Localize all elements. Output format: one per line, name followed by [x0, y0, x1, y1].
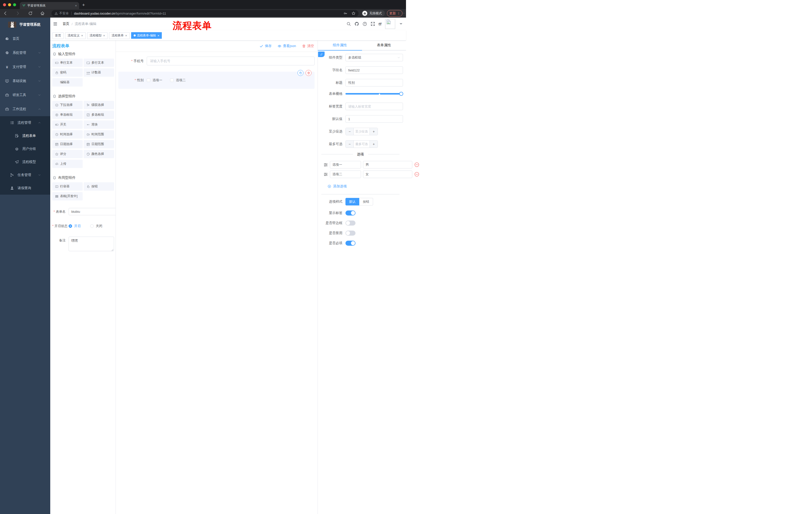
style-option-按钮[interactable]: 按钮: [359, 198, 373, 206]
default-value-input[interactable]: [345, 115, 403, 123]
window-edge-chevron-icon[interactable]: [403, 12, 405, 15]
option-label-input[interactable]: [363, 161, 406, 168]
component-item-密码[interactable]: 密码: [52, 69, 83, 77]
tab-close-icon[interactable]: ×: [125, 34, 127, 37]
save-button[interactable]: 保存: [260, 44, 271, 48]
home-icon[interactable]: [40, 11, 45, 16]
tagsview-tab-流程表单[interactable]: 流程表单×: [109, 32, 129, 39]
font-size-icon[interactable]: tT: [379, 22, 382, 26]
style-option-默认[interactable]: 默认: [345, 198, 359, 206]
checkbox-icon[interactable]: [170, 78, 174, 82]
drag-handle-icon[interactable]: [324, 163, 328, 167]
form-remark-textarea[interactable]: 嘿嘿: [68, 237, 114, 251]
copy-field-button[interactable]: [297, 70, 303, 76]
component-item-颜色选择[interactable]: 颜色选择: [84, 150, 114, 158]
stepper-plus-icon[interactable]: +: [370, 141, 378, 147]
tab-close-icon[interactable]: ×: [75, 4, 77, 7]
component-type-select[interactable]: 多选框组: [345, 54, 403, 61]
tagsview-tab-流程模型[interactable]: 流程模型×: [87, 32, 108, 39]
sidebar-item-支付管理[interactable]: ¥支付管理: [0, 60, 50, 74]
component-item-日期范围[interactable]: 日期范围: [84, 140, 114, 148]
tab-form-props[interactable]: 表单属性: [362, 40, 406, 51]
component-item-时间选择[interactable]: 时间选择: [52, 130, 83, 139]
tab-close-icon[interactable]: ×: [103, 34, 105, 37]
checkbox-option-选项二[interactable]: 选项二: [170, 78, 186, 82]
avatar-caret-icon[interactable]: [399, 22, 403, 26]
sidebar-item-任务管理[interactable]: 任务管理: [0, 168, 50, 182]
canvas-field-phone[interactable]: 手机号: [118, 57, 315, 65]
password-key-icon[interactable]: [343, 11, 347, 15]
label-width-input[interactable]: [345, 103, 403, 110]
link-tag[interactable]: [318, 52, 325, 57]
avatar[interactable]: [385, 19, 395, 29]
window-zoom-button[interactable]: [13, 3, 16, 6]
sidebar-item-请假查询[interactable]: 请假查询: [0, 182, 50, 195]
sidebar-collapse-icon[interactable]: [53, 22, 58, 26]
component-item-滑块[interactable]: 滑块: [84, 120, 114, 129]
component-item-表格[开发中][interactable]: 表格[开发中]: [52, 192, 83, 200]
tagsview-tab-流程表单-编辑[interactable]: 流程表单-编辑×: [131, 32, 162, 39]
title-input[interactable]: [345, 79, 403, 86]
back-icon[interactable]: [3, 11, 7, 16]
slider-handle[interactable]: [399, 92, 403, 96]
toggle-显示标签[interactable]: [345, 211, 355, 216]
stepper-placeholder[interactable]: 最多可选: [354, 141, 370, 147]
sidebar-item-首页[interactable]: 首页: [0, 32, 50, 46]
component-item-编辑器[interactable]: 编辑器: [52, 78, 83, 86]
github-icon[interactable]: [354, 22, 359, 26]
drag-handle-icon[interactable]: [324, 172, 328, 177]
form-grid-slider[interactable]: [345, 92, 403, 96]
field-name-input[interactable]: [345, 66, 403, 74]
stepper-minus-icon[interactable]: −: [346, 141, 354, 147]
toggle-是否禁用[interactable]: [345, 231, 355, 236]
search-icon[interactable]: [346, 22, 351, 26]
option-value-input[interactable]: [330, 170, 361, 178]
tab-close-icon[interactable]: ×: [81, 34, 83, 37]
bookmark-star-icon[interactable]: [351, 11, 355, 15]
component-item-开关[interactable]: 开关: [52, 120, 83, 129]
new-tab-button[interactable]: +: [82, 2, 85, 8]
sidebar-item-用户分组[interactable]: 用户分组: [0, 142, 50, 155]
toggle-是否必填[interactable]: [345, 241, 355, 246]
max-select-stepper[interactable]: − 最多可选 +: [345, 140, 378, 148]
component-item-级联选择[interactable]: 级联选择: [84, 101, 114, 109]
view-json-button[interactable]: 查看json: [278, 44, 296, 48]
stepper-placeholder[interactable]: 至少应选: [354, 128, 370, 135]
component-item-单选框组[interactable]: 单选框组: [52, 111, 83, 119]
phone-input[interactable]: [147, 57, 315, 65]
tagsview-tab-首页[interactable]: 首页: [53, 32, 63, 39]
window-close-button[interactable]: [3, 3, 6, 6]
sidebar-item-流程管理[interactable]: 流程管理: [0, 116, 50, 129]
tagsview-tab-流程定义[interactable]: 流程定义×: [65, 32, 86, 39]
component-item-时间范围[interactable]: 时间范围: [84, 130, 114, 139]
sidebar-item-流程表单[interactable]: 流程表单: [0, 129, 50, 142]
option-value-input[interactable]: [330, 161, 361, 168]
browser-update-button[interactable]: 更新: [387, 10, 403, 17]
component-item-日期选择[interactable]: 日期选择: [52, 140, 83, 148]
browser-menu-icon[interactable]: [397, 12, 400, 15]
status-radio-off[interactable]: 关闭: [90, 222, 102, 229]
form-name-input[interactable]: [68, 208, 116, 215]
stepper-plus-icon[interactable]: +: [370, 128, 378, 135]
tab-close-icon[interactable]: ×: [157, 34, 160, 37]
breadcrumb-home[interactable]: 首页: [63, 22, 69, 26]
component-item-上传[interactable]: 上传: [52, 160, 83, 168]
sidebar-item-基础设施[interactable]: 基础设施: [0, 74, 50, 88]
browser-tab[interactable]: 芋道管理系统 ×: [20, 2, 79, 9]
clear-button[interactable]: 清空: [302, 44, 314, 48]
min-select-stepper[interactable]: − 至少应选 +: [345, 128, 378, 135]
fullscreen-icon[interactable]: [371, 22, 375, 26]
sidebar-item-流程模型[interactable]: 流程模型: [0, 155, 50, 168]
sidebar-item-系统管理[interactable]: 系统管理: [0, 46, 50, 60]
component-item-多选框组[interactable]: 多选框组: [84, 111, 114, 119]
window-minimize-button[interactable]: [8, 3, 11, 6]
component-item-多行文本[interactable]: 多行文本: [84, 59, 114, 67]
component-item-行容器[interactable]: 行容器: [52, 182, 83, 191]
forward-icon[interactable]: [16, 11, 20, 16]
toggle-是否带边框[interactable]: [345, 220, 355, 225]
sidebar-item-工作流程[interactable]: 工作流程: [0, 102, 50, 116]
component-item-按钮[interactable]: 按钮: [84, 182, 114, 191]
component-item-单行文本[interactable]: 单行文本: [52, 59, 83, 67]
canvas-field-gender-selected[interactable]: 性别 选项一选项二: [118, 72, 315, 89]
component-item-计数器[interactable]: 123计数器: [84, 69, 114, 77]
